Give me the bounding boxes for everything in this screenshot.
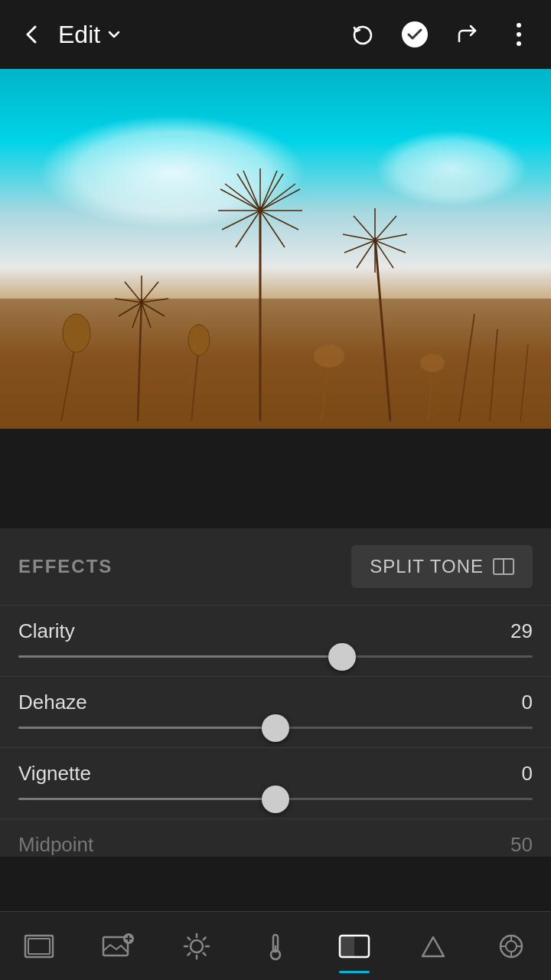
clarity-header: Clarity 29 (18, 619, 533, 643)
layers-icon (22, 931, 56, 962)
toolbar-lens[interactable] (481, 920, 542, 973)
vignette-label: Vignette (18, 762, 91, 786)
vignette-row: Vignette 0 (0, 748, 551, 814)
vignette-value: 0 (522, 762, 533, 786)
svg-rect-76 (340, 936, 354, 957)
toolbar-temperature[interactable] (245, 920, 306, 973)
svg-point-2 (517, 32, 521, 37)
svg-point-49 (188, 325, 210, 355)
dark-gap (0, 429, 551, 528)
clarity-track[interactable] (18, 655, 533, 658)
dehaze-header: Dehaze 0 (18, 691, 533, 714)
svg-point-3 (517, 41, 521, 46)
svg-line-17 (237, 174, 260, 211)
undo-button[interactable] (346, 18, 380, 51)
svg-line-16 (220, 189, 260, 211)
midpoint-row: Midpoint 50 (0, 819, 551, 857)
image-add-icon (101, 931, 135, 962)
clarity-value: 29 (510, 619, 533, 643)
svg-line-8 (260, 189, 300, 211)
svg-line-70 (188, 952, 191, 955)
svg-line-71 (204, 937, 206, 939)
confirm-button[interactable] (398, 18, 432, 51)
photo-background (0, 69, 551, 429)
thermometer-icon (259, 931, 292, 962)
clarity-row: Clarity 29 (0, 606, 551, 671)
title-text: Edit (58, 21, 100, 49)
lens-icon (494, 931, 528, 962)
svg-rect-57 (28, 939, 50, 954)
dehaze-row: Dehaze 0 (0, 677, 551, 743)
svg-line-7 (260, 174, 283, 211)
dehaze-label: Dehaze (18, 691, 87, 714)
svg-point-78 (506, 941, 517, 952)
svg-point-47 (63, 314, 90, 352)
light-icon (180, 931, 214, 962)
vignette-header: Vignette 0 (18, 762, 533, 786)
svg-point-53 (420, 354, 445, 372)
dehaze-thumb[interactable] (262, 714, 289, 742)
controls-section: EFFECTS SPLIT TONE Clarity 29 Dehaze 0 (0, 528, 551, 857)
svg-point-63 (191, 940, 203, 952)
section-header-row: EFFECTS SPLIT TONE (0, 528, 551, 606)
split-tone-button[interactable]: SPLIT TONE (351, 545, 533, 588)
split-tone-icon (493, 558, 514, 575)
effects-icon (337, 931, 372, 962)
dehaze-fill (18, 727, 276, 729)
vignette-track[interactable] (18, 798, 533, 800)
vignette-thumb[interactable] (262, 786, 289, 813)
more-button[interactable] (502, 18, 536, 51)
svg-point-1 (517, 23, 521, 28)
photo-preview (0, 69, 551, 429)
curves-icon (416, 931, 450, 962)
dehaze-track[interactable] (18, 727, 533, 729)
bottom-toolbar (0, 911, 551, 980)
header-right (346, 18, 536, 51)
share-button[interactable] (450, 18, 484, 51)
vignette-fill (18, 798, 276, 800)
dropdown-icon (106, 27, 122, 42)
toolbar-curves[interactable] (403, 920, 464, 973)
svg-line-69 (204, 952, 206, 955)
toolbar-light[interactable] (166, 920, 227, 973)
split-tone-label: SPLIT TONE (370, 556, 484, 577)
clarity-label: Clarity (18, 619, 75, 643)
dehaze-value: 0 (522, 691, 533, 714)
toolbar-add-image[interactable] (87, 920, 148, 973)
midpoint-value: 50 (510, 833, 533, 857)
back-button[interactable] (15, 18, 49, 51)
toolbar-effects[interactable] (324, 920, 385, 973)
header: Edit (0, 0, 551, 69)
svg-line-68 (188, 937, 191, 939)
clarity-thumb[interactable] (328, 643, 356, 671)
midpoint-header: Midpoint 50 (18, 833, 533, 857)
edit-title[interactable]: Edit (58, 21, 122, 49)
header-left: Edit (15, 18, 122, 51)
clarity-fill (18, 655, 342, 658)
effects-label: EFFECTS (18, 556, 112, 577)
toolbar-layers[interactable] (8, 920, 70, 973)
midpoint-label: Midpoint (18, 833, 93, 857)
svg-point-51 (314, 345, 344, 368)
plant-silhouettes (0, 69, 551, 429)
